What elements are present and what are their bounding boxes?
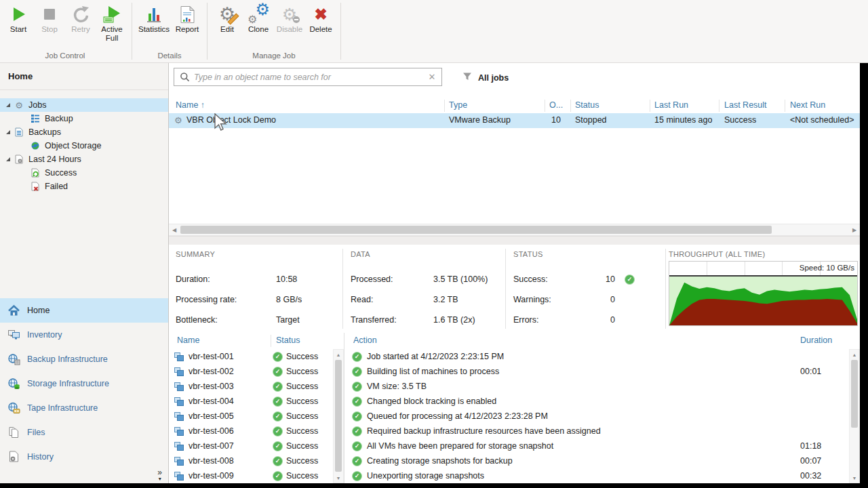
- scroll-up-icon[interactable]: ▲: [334, 350, 343, 359]
- tree-item-failed[interactable]: Failed: [0, 180, 168, 193]
- edit-button[interactable]: ⚙ Edit: [212, 2, 243, 34]
- scroll-up-icon[interactable]: ▲: [850, 350, 859, 359]
- table-row[interactable]: vbr-test-001 ✓ Success: [169, 349, 332, 364]
- column-header-duration[interactable]: Duration: [800, 336, 832, 345]
- vm-name: vbr-test-006: [189, 426, 273, 436]
- job-stats-panels: SUMMARY Duration: 10:58 Processing rate:…: [169, 245, 860, 333]
- column-separator[interactable]: [650, 100, 650, 112]
- pane-splitter[interactable]: [169, 236, 860, 245]
- column-separator[interactable]: [271, 335, 271, 347]
- job-row-selected[interactable]: ⚙ VBR Object Lock Demo VMware Backup 10 …: [169, 113, 860, 128]
- column-header-last-result[interactable]: Last Result: [724, 100, 767, 110]
- tree-item-last-24-hours[interactable]: Last 24 Hours: [0, 152, 168, 166]
- column-separator[interactable]: [570, 100, 571, 112]
- table-row[interactable]: vbr-test-006 ✓ Success: [169, 424, 332, 439]
- success-icon: ✓: [352, 441, 362, 451]
- sidebar-item-tape-infrastructure[interactable]: Tape Infrastructure: [0, 396, 168, 420]
- search-box[interactable]: ✕: [174, 68, 442, 86]
- table-row[interactable]: vbr-test-007 ✓ Success: [169, 439, 332, 453]
- success-icon: ✓: [273, 367, 283, 377]
- vm-list-scrollbar[interactable]: ▲ ▼: [333, 349, 344, 483]
- status-panel: STATUS Success: 10 ✓ Warnings: 0 Errors:…: [513, 245, 656, 333]
- table-row[interactable]: vbr-test-004 ✓ Success: [169, 394, 332, 409]
- list-item[interactable]: ✓ Unexporting storage snapshots 00:32: [345, 468, 848, 483]
- list-item[interactable]: ✓ All VMs have been prepared for storage…: [345, 439, 848, 453]
- tree-item-object-storage[interactable]: Object Storage: [0, 139, 168, 152]
- storage-infrastructure-icon: [7, 378, 20, 390]
- table-row[interactable]: vbr-test-008 ✓ Success: [169, 453, 332, 468]
- table-row[interactable]: vbr-test-005 ✓ Success: [169, 409, 332, 424]
- ribbon-group-job-control: Start Stop Retry: [0, 0, 130, 62]
- table-row[interactable]: vbr-test-003 ✓ Success: [169, 379, 332, 394]
- list-item[interactable]: ✓ Building list of machines to process 0…: [345, 364, 848, 379]
- action-log-scrollbar[interactable]: ▲ ▼: [849, 349, 860, 483]
- active-full-button[interactable]: Active Full: [96, 2, 127, 43]
- table-row[interactable]: vbr-test-002 ✓ Success: [169, 364, 332, 379]
- statistics-button[interactable]: Statistics: [136, 2, 172, 34]
- stop-button[interactable]: Stop: [34, 2, 65, 34]
- list-item[interactable]: ✓ Changed block tracking is enabled: [345, 394, 848, 409]
- sidebar-item-inventory[interactable]: Inventory: [0, 323, 168, 347]
- success-icon: ✓: [273, 471, 283, 481]
- sidebar-expander-button[interactable]: » ▾: [157, 470, 162, 482]
- clone-button[interactable]: ⚙ ⚙ Clone: [243, 2, 274, 34]
- column-header-last-run[interactable]: Last Run: [654, 100, 688, 110]
- retry-button[interactable]: Retry: [65, 2, 96, 34]
- sidebar-item-history[interactable]: History: [0, 445, 168, 469]
- tree-expanded-icon[interactable]: [6, 157, 10, 161]
- sidebar-item-backup-infrastructure[interactable]: Backup Infrastructure: [0, 347, 168, 371]
- report-label: Report: [176, 25, 199, 34]
- column-separator[interactable]: [444, 100, 445, 112]
- tree-item-backup[interactable]: Backup: [0, 112, 168, 125]
- sidebar-item-home[interactable]: Home: [0, 298, 168, 323]
- column-header-name[interactable]: Name ↑: [176, 100, 205, 110]
- horizontal-scrollbar[interactable]: ◀ ▶: [169, 224, 860, 236]
- scroll-down-icon[interactable]: ▼: [850, 473, 859, 483]
- statistics-icon: [142, 3, 166, 25]
- tree-expanded-icon[interactable]: [6, 130, 10, 134]
- table-row[interactable]: vbr-test-009 ✓ Success: [169, 468, 332, 483]
- column-header-next-run[interactable]: Next Run: [790, 100, 825, 110]
- column-separator[interactable]: [545, 100, 545, 112]
- scroll-right-icon[interactable]: ▶: [849, 224, 860, 235]
- sidebar: Home ⚙ Jobs Backup: [0, 63, 169, 483]
- column-header-type[interactable]: Type: [449, 100, 467, 110]
- column-separator[interactable]: [719, 100, 719, 112]
- list-item[interactable]: ✓ Required backup infrastructure resourc…: [345, 424, 848, 439]
- column-separator[interactable]: [785, 100, 785, 112]
- disable-button[interactable]: ⚙ Disable: [274, 2, 305, 34]
- tree-expanded-icon[interactable]: [6, 103, 10, 107]
- column-header-name[interactable]: Name: [177, 336, 199, 345]
- stat-label: Read:: [351, 295, 433, 304]
- column-header-objects[interactable]: O...: [549, 100, 563, 110]
- scroll-down-icon[interactable]: ▼: [334, 473, 343, 483]
- ribbon: Start Stop Retry: [0, 0, 868, 63]
- tree-item-jobs[interactable]: ⚙ Jobs: [0, 98, 168, 112]
- horizontal-scrollbar-thumb[interactable]: [180, 226, 772, 234]
- tree-item-backups[interactable]: Backups: [0, 125, 168, 139]
- success-icon: ✓: [273, 411, 283, 422]
- tree-item-success[interactable]: Success: [0, 166, 168, 180]
- delete-button[interactable]: ✖ Delete: [305, 2, 336, 34]
- list-item[interactable]: ✓ Job started at 4/12/2023 2:23:15 PM: [345, 349, 848, 364]
- sidebar-item-files[interactable]: Files: [0, 420, 168, 445]
- column-header-action[interactable]: Action: [353, 336, 377, 345]
- scrollbar-thumb[interactable]: [851, 360, 858, 428]
- column-header-status[interactable]: Status: [575, 100, 599, 110]
- scrollbar-thumb[interactable]: [335, 360, 342, 472]
- vm-status: Success: [286, 367, 318, 376]
- list-item[interactable]: ✓ Creating storage snapshots for backup …: [345, 453, 848, 468]
- list-item[interactable]: ✓ VM size: 3.5 TB: [345, 379, 848, 394]
- list-item[interactable]: ✓ Queued for processing at 4/12/2023 2:2…: [345, 409, 848, 424]
- clear-search-icon[interactable]: ✕: [422, 72, 441, 82]
- vm-status: Success: [286, 471, 318, 481]
- column-header-status[interactable]: Status: [276, 336, 300, 345]
- history-icon: [7, 451, 20, 463]
- search-input[interactable]: [193, 72, 422, 83]
- sidebar-item-storage-infrastructure[interactable]: Storage Infrastructure: [0, 371, 168, 396]
- jobs-filter[interactable]: All jobs: [462, 72, 509, 83]
- mouse-cursor: [214, 113, 229, 134]
- start-button[interactable]: Start: [3, 2, 34, 34]
- report-button[interactable]: Report: [172, 2, 203, 34]
- scroll-left-icon[interactable]: ◀: [169, 224, 180, 235]
